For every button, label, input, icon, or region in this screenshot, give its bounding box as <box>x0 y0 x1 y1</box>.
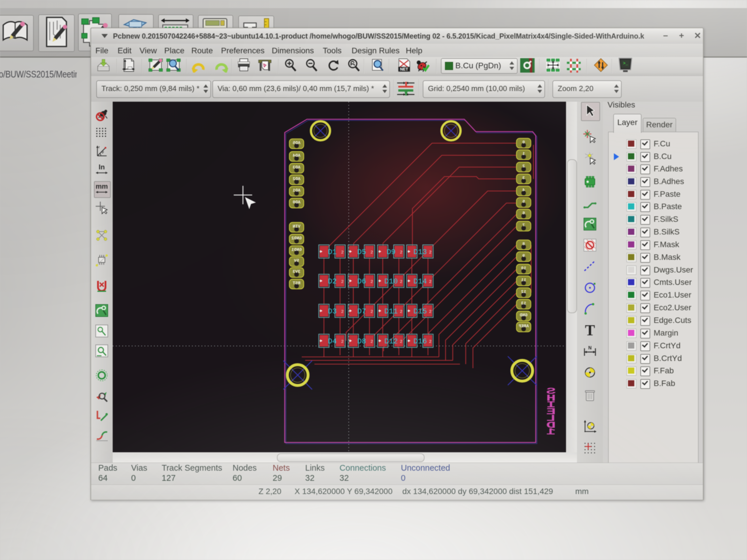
svg-text:2: 2 <box>400 250 402 255</box>
svg-text:2: 2 <box>522 164 525 169</box>
svg-text:NET: NET <box>400 67 408 72</box>
svg-text:r: r <box>99 145 100 149</box>
svg-text:1: 1 <box>546 427 556 437</box>
svg-text:VIN: VIN <box>292 224 300 229</box>
svg-text:D13: D13 <box>414 248 427 257</box>
svg-text:0: 0 <box>522 140 525 145</box>
svg-text:T: T <box>585 323 595 338</box>
svg-text:RST: RST <box>292 281 300 286</box>
svg-text:2: 2 <box>400 279 402 284</box>
svg-text:12: 12 <box>521 290 526 294</box>
svg-text:5: 5 <box>522 199 525 204</box>
svg-text:2: 2 <box>341 339 343 344</box>
svg-text:5V: 5V <box>294 258 299 263</box>
svg-text:D2: D2 <box>328 277 337 286</box>
svg-text:13: 13 <box>521 301 526 306</box>
svg-text:GND2: GND2 <box>291 236 302 241</box>
svg-text:3V3: 3V3 <box>292 269 300 274</box>
svg-text:D11: D11 <box>384 307 398 316</box>
svg-text:φ: φ <box>101 150 104 154</box>
svg-text:D8: D8 <box>357 337 366 346</box>
svg-text:D3: D3 <box>328 307 337 316</box>
svg-text:4: 4 <box>522 188 525 193</box>
svg-text:mm: mm <box>96 182 108 190</box>
svg-text:9: 9 <box>522 254 525 258</box>
svg-text:AD4: AD4 <box>292 153 300 158</box>
svg-text:2: 2 <box>429 250 432 255</box>
svg-text:AD2: AD2 <box>292 177 300 182</box>
svg-text:2: 2 <box>370 339 373 344</box>
svg-text:D12: D12 <box>384 337 398 346</box>
svg-text:N: N <box>588 345 592 350</box>
svg-text:GND: GND <box>520 313 527 318</box>
svg-text:2: 2 <box>341 250 343 255</box>
svg-text:D5: D5 <box>357 248 366 257</box>
svg-text:D9: D9 <box>386 248 395 257</box>
svg-text:2: 2 <box>370 279 373 284</box>
svg-text:2: 2 <box>370 310 373 314</box>
svg-text:2: 2 <box>429 339 432 344</box>
svg-text:AREF: AREF <box>518 324 529 329</box>
svg-text:2: 2 <box>400 310 402 314</box>
svg-text:AD5: AD5 <box>292 140 300 145</box>
svg-text:In: In <box>99 163 105 171</box>
svg-text:>_: >_ <box>623 61 628 66</box>
svg-text:D1: D1 <box>328 248 337 257</box>
svg-text:D7: D7 <box>357 307 366 316</box>
svg-text:10: 10 <box>521 266 526 271</box>
svg-text:AD3: AD3 <box>292 165 300 170</box>
svg-text:D16: D16 <box>414 337 427 346</box>
svg-text:8: 8 <box>522 242 525 247</box>
svg-text:D15: D15 <box>414 307 427 316</box>
svg-text:6: 6 <box>522 211 525 216</box>
svg-text:D10: D10 <box>384 277 398 286</box>
svg-text:7: 7 <box>522 223 525 228</box>
svg-text:2: 2 <box>341 310 343 314</box>
svg-text:D6: D6 <box>357 277 366 286</box>
svg-text:2: 2 <box>400 339 402 344</box>
svg-text:AD0: AD0 <box>292 200 300 205</box>
svg-text:3: 3 <box>522 176 525 181</box>
svg-text:D4: D4 <box>328 337 337 346</box>
svg-text:D14: D14 <box>414 277 427 286</box>
svg-text:2: 2 <box>429 310 432 314</box>
svg-text:1: 1 <box>522 152 525 156</box>
svg-text:GND1: GND1 <box>291 247 302 252</box>
svg-text:11: 11 <box>521 278 526 283</box>
svg-text:AD1: AD1 <box>292 188 300 193</box>
svg-text:2: 2 <box>370 250 373 255</box>
svg-text:2: 2 <box>429 279 432 284</box>
svg-text:2: 2 <box>341 279 343 284</box>
